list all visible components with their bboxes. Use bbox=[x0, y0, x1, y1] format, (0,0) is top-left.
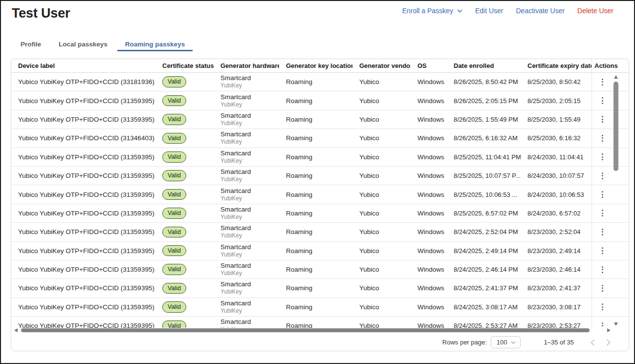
status-badge: Valid bbox=[162, 321, 186, 328]
deactivate-user-button[interactable]: Deactivate User bbox=[516, 7, 565, 14]
cell-certificate-status: Valid bbox=[155, 76, 214, 87]
cell-certificate-expiry: 8/23/2030, 2:53:27 bbox=[521, 322, 591, 328]
cell-os: Windows bbox=[411, 247, 447, 255]
passkeys-table-card: Device labelCertificate statusGenerator … bbox=[11, 59, 629, 351]
cell-generator-hardware: Smartcard YubiKey bbox=[214, 280, 279, 296]
generator-hardware-type: Smartcard bbox=[220, 318, 279, 326]
row-actions-button[interactable] bbox=[596, 189, 608, 200]
cell-certificate-status: Valid bbox=[155, 283, 214, 294]
cell-os: Windows bbox=[411, 116, 447, 123]
horizontal-scrollbar[interactable] bbox=[11, 328, 613, 333]
row-actions-button[interactable] bbox=[596, 113, 608, 125]
cell-generator-key-location: Roaming bbox=[279, 303, 352, 311]
chevron-left-icon bbox=[591, 339, 595, 346]
edit-user-button[interactable]: Edit User bbox=[475, 7, 504, 14]
table-header-row: Device labelCertificate statusGenerator … bbox=[11, 59, 629, 73]
kebab-menu-icon bbox=[602, 210, 603, 211]
cell-date-enrolled: 8/24/2025, 2:46:14 PM bbox=[447, 266, 521, 273]
scroll-up-arrow-icon[interactable] bbox=[614, 75, 618, 79]
generator-hardware-model: YubiKey bbox=[220, 214, 279, 221]
generator-hardware-type: Smartcard bbox=[220, 112, 279, 120]
delete-user-button[interactable]: Delete User bbox=[577, 7, 613, 14]
next-page-button[interactable] bbox=[602, 337, 614, 348]
cell-date-enrolled: 8/25/2025, 10:06:53 ... bbox=[447, 191, 521, 198]
tab-roaming-passkeys[interactable]: Roaming passkeys bbox=[117, 38, 193, 51]
vertical-scrollbar-thumb[interactable] bbox=[613, 82, 618, 171]
cell-generator-hardware: Smartcard YubiKey bbox=[214, 243, 279, 258]
cell-device-label: Yubico YubiKey OTP+FIDO+CCID (31359395) bbox=[11, 97, 155, 105]
cell-certificate-expiry: 8/24/2030, 11:04:41 bbox=[521, 153, 591, 161]
cell-generator-vendor: Yubico bbox=[352, 284, 411, 292]
kebab-menu-icon bbox=[602, 322, 603, 324]
cell-os: Windows bbox=[411, 284, 447, 292]
row-actions-button[interactable] bbox=[596, 226, 608, 238]
cell-certificate-expiry: 8/25/2030, 2:05:15 bbox=[521, 97, 591, 105]
row-actions-button[interactable] bbox=[596, 95, 608, 107]
table-row: Yubico YubiKey OTP+FIDO+CCID (33181936) … bbox=[11, 73, 629, 91]
row-actions-button[interactable] bbox=[596, 151, 608, 163]
generator-hardware-model: YubiKey bbox=[220, 157, 279, 165]
cell-generator-key-location: Roaming bbox=[279, 172, 352, 179]
horizontal-scrollbar-thumb[interactable] bbox=[21, 328, 590, 332]
cell-os: Windows bbox=[411, 266, 447, 273]
cell-generator-hardware: Smartcard YubiKey bbox=[214, 74, 279, 89]
status-badge: Valid bbox=[162, 301, 186, 313]
cell-actions bbox=[591, 167, 613, 185]
cell-certificate-status: Valid bbox=[155, 133, 214, 144]
generator-hardware-type: Smartcard bbox=[220, 168, 279, 176]
rows-per-page-select[interactable]: 100 bbox=[491, 336, 521, 348]
cell-generator-hardware: Smartcard YubiKey bbox=[214, 318, 279, 328]
scroll-right-arrow-icon[interactable] bbox=[607, 328, 611, 332]
vertical-scrollbar[interactable] bbox=[613, 73, 619, 328]
cell-generator-vendor: Yubico bbox=[352, 228, 411, 236]
cell-actions bbox=[591, 223, 613, 241]
row-actions-button[interactable] bbox=[596, 245, 608, 257]
row-actions-button[interactable] bbox=[596, 301, 608, 313]
generator-hardware-type: Smartcard bbox=[220, 262, 279, 270]
enroll-passkey-button[interactable]: Enroll a Passkey bbox=[402, 7, 462, 14]
cell-actions bbox=[591, 242, 613, 260]
row-actions-button[interactable] bbox=[596, 282, 608, 294]
status-badge: Valid bbox=[162, 95, 186, 107]
tab-profile[interactable]: Profile bbox=[13, 38, 49, 51]
cell-device-label: Yubico YubiKey OTP+FIDO+CCID (31359395) bbox=[11, 116, 155, 123]
previous-page-button[interactable] bbox=[587, 337, 598, 348]
row-actions-button[interactable] bbox=[596, 76, 608, 88]
row-actions-button[interactable] bbox=[596, 132, 608, 144]
table-row: Yubico YubiKey OTP+FIDO+CCID (31359395) … bbox=[11, 242, 629, 260]
cell-date-enrolled: 8/26/2025, 8:50:42 PM bbox=[447, 78, 521, 86]
cell-generator-hardware: Smartcard YubiKey bbox=[214, 112, 279, 127]
cell-date-enrolled: 8/25/2025, 11:04:41 PM bbox=[447, 153, 521, 161]
cell-generator-key-location: Roaming bbox=[279, 191, 352, 198]
generator-hardware-type: Smartcard bbox=[220, 74, 279, 82]
cell-actions bbox=[591, 298, 613, 316]
generator-hardware-model: YubiKey bbox=[220, 101, 279, 108]
cell-os: Windows bbox=[411, 153, 447, 161]
cell-device-label: Yubico YubiKey OTP+FIDO+CCID (33181936) bbox=[11, 78, 155, 86]
cell-generator-key-location: Roaming bbox=[279, 78, 352, 86]
table-row: Yubico YubiKey OTP+FIDO+CCID (31359395) … bbox=[11, 91, 629, 110]
table-row: Yubico YubiKey OTP+FIDO+CCID (31359395) … bbox=[11, 185, 629, 204]
table-row: Yubico YubiKey OTP+FIDO+CCID (31359395) … bbox=[11, 298, 629, 317]
generator-hardware-type: Smartcard bbox=[220, 130, 279, 138]
cell-certificate-expiry: 8/23/2030, 3:08:17 bbox=[521, 303, 591, 311]
cell-generator-vendor: Yubico bbox=[352, 153, 411, 161]
row-actions-button[interactable] bbox=[596, 170, 608, 182]
cell-certificate-expiry: 8/25/2030, 8:50:42 bbox=[521, 78, 591, 86]
generator-hardware-type: Smartcard bbox=[220, 93, 279, 101]
status-badge: Valid bbox=[162, 151, 186, 163]
row-actions-button[interactable] bbox=[596, 207, 608, 219]
cell-generator-hardware: Smartcard YubiKey bbox=[214, 93, 279, 108]
cell-certificate-status: Valid bbox=[155, 95, 214, 107]
row-actions-button[interactable] bbox=[596, 320, 608, 328]
row-actions-button[interactable] bbox=[596, 264, 608, 276]
kebab-menu-icon bbox=[602, 172, 603, 174]
cell-certificate-expiry: 8/24/2030, 6:57:02 bbox=[521, 210, 591, 217]
page-title: Test User bbox=[12, 6, 70, 21]
cell-device-label: Yubico YubiKey OTP+FIDO+CCID (31359395) bbox=[11, 303, 155, 311]
cell-os: Windows bbox=[411, 191, 447, 198]
cell-generator-hardware: Smartcard YubiKey bbox=[214, 262, 279, 277]
tab-local-passkeys[interactable]: Local passkeys bbox=[51, 38, 115, 51]
scroll-down-arrow-icon[interactable] bbox=[614, 322, 618, 326]
scroll-left-arrow-icon[interactable] bbox=[14, 328, 18, 332]
